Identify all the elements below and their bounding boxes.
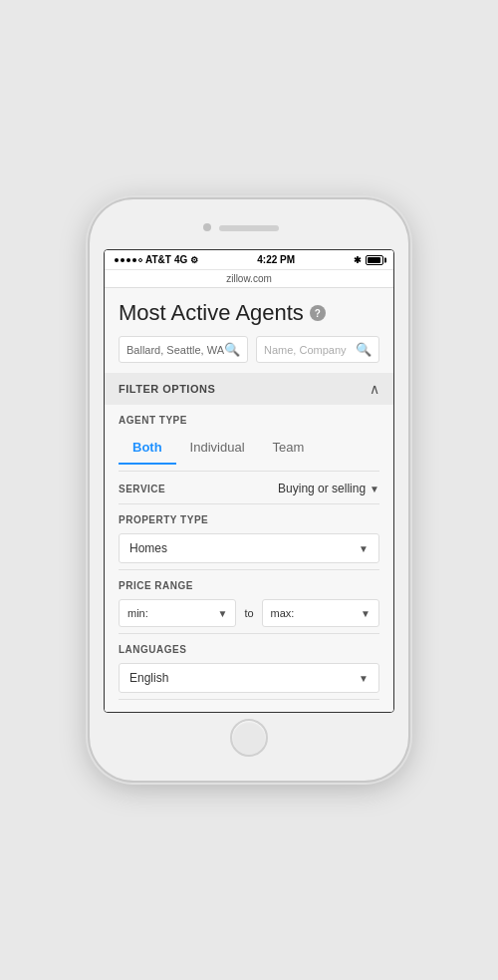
url-bar[interactable]: zillow.com <box>105 270 393 288</box>
filter-options-header[interactable]: FILTER OPTIONS ∧ <box>105 373 393 405</box>
network-label: 4G <box>174 254 187 265</box>
price-range-section: PRICE RANGE min: ▼ to max: ▼ <box>119 570 379 634</box>
signal-dots <box>115 258 142 262</box>
signal-dot-3 <box>126 258 130 262</box>
name-search-icon: 🔍 <box>356 342 372 357</box>
location-search-text: Ballard, Seattle, WA <box>126 344 224 356</box>
status-right: ✱ <box>354 255 383 265</box>
property-type-arrow-icon: ▼ <box>359 543 369 554</box>
agent-type-label: AGENT TYPE <box>119 415 379 426</box>
signal-dot-1 <box>115 258 119 262</box>
agent-type-tabs: Both Individual Team <box>119 434 379 465</box>
price-to-text: to <box>244 607 253 619</box>
page-title-row: Most Active Agents ? <box>119 300 379 326</box>
price-range-row: min: ▼ to max: ▼ <box>119 599 379 627</box>
languages-arrow-icon: ▼ <box>359 673 369 684</box>
signal-dot-4 <box>132 258 136 262</box>
phone-top <box>104 217 394 245</box>
home-button[interactable] <box>230 719 268 757</box>
name-search-box[interactable]: Name, Company 🔍 <box>256 336 379 363</box>
price-min-dropdown[interactable]: min: ▼ <box>119 599 236 627</box>
price-range-label: PRICE RANGE <box>119 580 379 591</box>
service-label: SERVICE <box>119 484 165 494</box>
service-section: SERVICE Buying or selling ▼ <box>119 472 379 504</box>
phone-bottom <box>104 713 394 763</box>
help-icon[interactable]: ? <box>310 305 326 321</box>
battery-icon <box>366 255 383 265</box>
service-dropdown[interactable]: Buying or selling ▼ <box>278 482 379 495</box>
service-value-text: Buying or selling <box>278 482 366 495</box>
phone-shell: AT&T 4G ⚙ 4:22 PM ✱ zillow.com Most Acti… <box>90 199 408 781</box>
price-max-dropdown[interactable]: max: ▼ <box>262 599 379 627</box>
languages-value: English <box>129 671 168 685</box>
filter-chevron-icon: ∧ <box>370 381 379 397</box>
status-bar: AT&T 4G ⚙ 4:22 PM ✱ <box>105 250 393 270</box>
page-title-text: Most Active Agents <box>119 300 304 326</box>
property-type-value: Homes <box>129 541 167 555</box>
service-arrow-icon: ▼ <box>370 484 379 494</box>
property-type-label: PROPERTY TYPE <box>119 514 379 525</box>
tab-team[interactable]: Team <box>259 434 319 465</box>
name-search-placeholder: Name, Company <box>264 344 356 356</box>
location-search-icon: 🔍 <box>224 342 240 357</box>
agent-type-section: AGENT TYPE Both Individual Team <box>119 405 379 472</box>
phone-speaker <box>219 225 279 231</box>
property-type-section: PROPERTY TYPE Homes ▼ <box>119 504 379 570</box>
status-left: AT&T 4G ⚙ <box>115 254 198 265</box>
signal-dot-2 <box>121 258 124 262</box>
signal-dot-5 <box>138 258 142 262</box>
signal-icon: ⚙ <box>190 255 198 265</box>
languages-section: LANGUAGES English ▼ <box>119 634 379 700</box>
carrier-label: AT&T <box>145 254 171 265</box>
battery-fill <box>368 257 380 263</box>
price-max-arrow-icon: ▼ <box>361 608 371 619</box>
property-type-dropdown[interactable]: Homes ▼ <box>119 533 379 563</box>
price-min-label: min: <box>127 607 148 619</box>
tab-individual[interactable]: Individual <box>176 434 259 465</box>
tab-both[interactable]: Both <box>119 434 176 465</box>
phone-camera <box>203 223 211 231</box>
location-search-box[interactable]: Ballard, Seattle, WA 🔍 <box>119 336 248 363</box>
url-text: zillow.com <box>226 273 272 284</box>
price-min-arrow-icon: ▼ <box>218 608 228 619</box>
status-time: 4:22 PM <box>257 254 295 265</box>
search-row: Ballard, Seattle, WA 🔍 Name, Company 🔍 <box>119 336 379 363</box>
phone-screen: AT&T 4G ⚙ 4:22 PM ✱ zillow.com Most Acti… <box>104 249 394 713</box>
filter-options-label: FILTER OPTIONS <box>119 383 215 395</box>
languages-dropdown[interactable]: English ▼ <box>119 663 379 693</box>
price-max-label: max: <box>271 607 295 619</box>
main-content: Most Active Agents ? Ballard, Seattle, W… <box>105 288 393 712</box>
bluetooth-icon: ✱ <box>354 255 362 265</box>
languages-label: LANGUAGES <box>119 644 379 655</box>
